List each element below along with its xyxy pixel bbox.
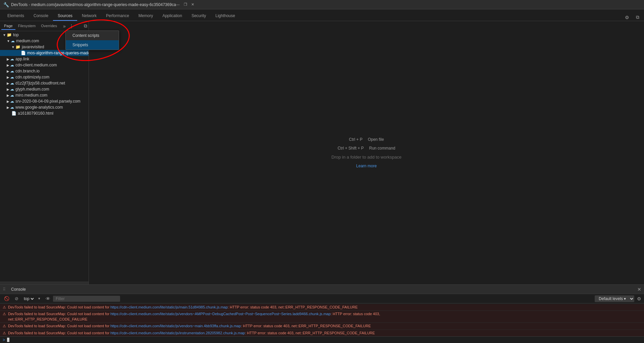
error-link-1[interactable]: https://cdn-client.medium.com/lite/stati… (110, 312, 330, 316)
error-text-1: DevTools failed to load SourceMap: Could… (8, 311, 641, 322)
console-clear-button[interactable]: ⊘ (13, 295, 20, 302)
tree-label-miro: miro.medium.com (15, 93, 47, 98)
tab-security[interactable]: Security (187, 11, 211, 21)
chevron-applink: ▶ (7, 57, 9, 61)
tab-memory[interactable]: Memory (134, 11, 158, 21)
tree-item-a16[interactable]: 📄 a16180790160.html (0, 110, 89, 116)
warning-icon-3: ⚠ (3, 331, 6, 335)
warning-icon-1: ⚠ (3, 312, 6, 316)
tab-performance[interactable]: Performance (101, 11, 134, 21)
error-text-2: DevTools failed to load SourceMap: Could… (8, 324, 641, 329)
console-drag-icon: ⠿ (3, 287, 6, 292)
console-panel: ⠿ Console ✕ 🚫 ⊘ top ▾ 👁 Default levels ▾… (0, 284, 644, 343)
tab-overrides[interactable]: Overrides (38, 22, 60, 30)
tab-network[interactable]: Network (77, 11, 101, 21)
tab-filesystem[interactable]: Filesystem (15, 22, 39, 30)
file-icon-a16: 📄 (11, 111, 16, 116)
chevron-glyph: ▶ (7, 88, 9, 91)
cloud-icon-applink: ☁ (10, 57, 14, 61)
console-error-2: ⚠ DevTools failed to load SourceMap: Cou… (0, 323, 644, 330)
cloud-icon-google-analytics: ☁ (10, 105, 14, 110)
error-text-3: DevTools failed to load SourceMap: Could… (8, 331, 641, 336)
tab-application[interactable]: Application (158, 11, 187, 21)
console-level-select[interactable]: Default levels ▾ (595, 295, 634, 302)
settings-icon[interactable]: ⚙ (623, 14, 631, 21)
dock-icon[interactable]: ⧉ (634, 14, 641, 21)
chevron-cdn-branch: ▶ (7, 69, 9, 73)
learn-more-link[interactable]: Learn more (356, 164, 377, 168)
folder-icon-javarevisited: 📁 (15, 45, 20, 49)
tab-page[interactable]: Page (1, 22, 15, 30)
error-link-3[interactable]: https://cdn-client.medium.com/lite/stati… (110, 331, 245, 335)
devtools-icons: ⚙ ⧉ (623, 14, 644, 21)
chevron-miro: ▶ (7, 94, 9, 97)
shortcut-run-action: Run command (369, 146, 395, 151)
maximize-button[interactable]: ❐ (184, 2, 187, 7)
title-text: DevTools - medium.com/javavisited/mos-al… (11, 2, 176, 7)
shortcut-run-keys: Ctrl + Shift + P (337, 146, 364, 151)
console-settings-button[interactable]: ⚙ (637, 296, 641, 301)
more-tabs-button[interactable]: » (61, 23, 68, 29)
console-context-selector[interactable]: top (22, 296, 35, 301)
console-filter-input[interactable] (53, 296, 120, 302)
tab-options-button[interactable]: ⋮ (68, 23, 75, 29)
tab-lighthouse[interactable]: Lighthouse (211, 11, 240, 21)
dropdown-menu: Content scripts Snippets (65, 31, 119, 50)
window-controls: — ❐ ✕ (176, 2, 194, 7)
minimize-button[interactable]: — (176, 2, 180, 7)
console-cursor (7, 338, 9, 342)
drop-text: Drop in a folder to add to workspace (331, 155, 401, 160)
tree-label-google-analytics: www.google-analytics.com (15, 105, 63, 110)
tree-item-cdn-client[interactable]: ▶ ☁ cdn-client.medium.com (0, 62, 89, 68)
chevron-top: ▼ (3, 33, 6, 37)
tree-item-google-analytics[interactable]: ▶ ☁ www.google-analytics.com (0, 104, 89, 110)
sidebar-scrollbar[interactable] (0, 282, 89, 284)
error-link-2[interactable]: https://cdn-client.medium.com/lite/stati… (110, 324, 241, 328)
console-prompt-symbol: > (3, 338, 5, 342)
dropdown-content-scripts[interactable]: Content scripts (66, 31, 119, 40)
tree-item-cdn-branch[interactable]: ▶ ☁ cdn.branch.io (0, 68, 89, 74)
file-tree: ▼ 📁 top ▼ ☁ medium.com ▼ 📁 javarevisited… (0, 31, 89, 282)
warning-icon-2: ⚠ (3, 324, 6, 328)
tab-sources[interactable]: Sources (53, 11, 77, 21)
tree-label-cloudfront: d1z2jf7jlzjs58.cloudfront.net (15, 81, 65, 85)
tab-console-top[interactable]: Console (29, 11, 53, 21)
console-live-expressions-button[interactable]: 👁 (46, 296, 50, 301)
tree-item-cdn-optimizely[interactable]: ▶ ☁ cdn.optimizely.com (0, 74, 89, 80)
console-output: ⚠ DevTools failed to load SourceMap: Cou… (0, 303, 644, 336)
console-input-row: > (0, 336, 644, 343)
error-link-0[interactable]: https://cdn-client.medium.com/lite/stati… (110, 305, 228, 309)
tab-elements[interactable]: Elements (3, 11, 29, 21)
tree-label-medium: medium.com (16, 39, 39, 43)
dropdown-snippets[interactable]: Snippets (66, 40, 119, 50)
tree-item-glyph[interactable]: ▶ ☁ glyph.medium.com (0, 86, 89, 92)
main-area: Page Filesystem Overrides » ⋮ ⧉ ▼ 📁 top … (0, 21, 644, 284)
console-ban-button[interactable]: 🚫 (3, 295, 11, 302)
console-title: Console (11, 287, 26, 292)
close-button[interactable]: ✕ (191, 2, 194, 7)
tree-label-applink: app.link (15, 57, 29, 61)
tree-label-cdn-client: cdn-client.medium.com (15, 63, 57, 67)
cloud-icon-parsely: ☁ (10, 99, 14, 104)
tree-item-applink[interactable]: ▶ ☁ app.link (0, 56, 89, 62)
tree-item-cloudfront[interactable]: ▶ ☁ d1z2jf7jlzjs58.cloudfront.net (0, 80, 89, 86)
shortcut-open-action: Open file (368, 137, 384, 142)
console-close-button[interactable]: ✕ (637, 287, 641, 292)
tree-label-cdn-branch: cdn.branch.io (15, 69, 40, 73)
tree-label-top: top (13, 33, 19, 37)
cloud-icon-medium: ☁ (11, 39, 15, 43)
console-toolbar: 🚫 ⊘ top ▾ 👁 Default levels ▾ ⚙ (0, 294, 644, 303)
tree-item-mos-algorithm[interactable]: 📄 mos-algorithm-range-queries-made- (0, 50, 89, 56)
cloud-icon-cdn-branch: ☁ (10, 69, 14, 73)
devtools-icon: 🔧 (3, 2, 9, 7)
split-view-button[interactable]: ⧉ (84, 23, 87, 29)
tree-item-parsely[interactable]: ▶ ☁ srv-2020-08-04-09.pixel.parsely.com (0, 98, 89, 104)
tree-item-miro[interactable]: ▶ ☁ miro.medium.com (0, 92, 89, 98)
cloud-icon-cloudfront: ☁ (10, 81, 14, 85)
chevron-cdn-optimizely: ▶ (7, 75, 9, 79)
title-bar: 🔧 DevTools - medium.com/javavisited/mos-… (0, 0, 644, 9)
file-icon-mos: 📄 (21, 51, 26, 55)
cloud-icon-cdn-optimizely: ☁ (10, 75, 14, 79)
cloud-icon-miro: ☁ (10, 93, 14, 98)
chevron-cloudfront: ▶ (7, 81, 9, 85)
